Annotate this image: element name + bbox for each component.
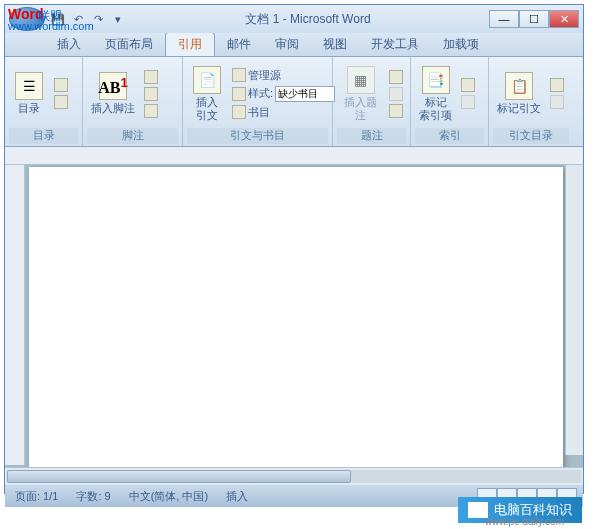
biblio-icon bbox=[232, 105, 246, 119]
window-controls: — ☐ ✕ bbox=[489, 10, 579, 28]
style-input[interactable] bbox=[275, 86, 335, 102]
scroll-track[interactable] bbox=[7, 470, 581, 483]
tab-mailings[interactable]: 邮件 bbox=[215, 33, 263, 56]
add-text-button[interactable] bbox=[51, 77, 71, 93]
toc-button[interactable]: ☰ 目录 bbox=[9, 70, 49, 116]
view-fullscreen[interactable] bbox=[497, 488, 517, 504]
group-index: 📑 标记 索引项 索引 bbox=[411, 57, 489, 146]
insert-index-button[interactable] bbox=[458, 77, 478, 93]
update-table-icon bbox=[389, 87, 403, 101]
style-icon bbox=[232, 87, 246, 101]
statusbar: 页面: 1/1 字数: 9 中文(简体, 中国) 插入 bbox=[5, 485, 583, 507]
caption-icon: ▦ bbox=[347, 66, 375, 94]
watermark-url2: www.pc-daily.com bbox=[485, 516, 564, 527]
app-window: 💾 ↶ ↷ ▾ 文档 1 - Microsoft Word — ☐ ✕ 插入 页… bbox=[4, 4, 584, 494]
qat-redo[interactable]: ↷ bbox=[89, 10, 107, 28]
minimize-button[interactable]: — bbox=[489, 10, 519, 28]
tab-developer[interactable]: 开发工具 bbox=[359, 33, 431, 56]
titlebar: 💾 ↶ ↷ ▾ 文档 1 - Microsoft Word — ☐ ✕ bbox=[5, 5, 583, 33]
ribbon-tabs: 插入 页面布局 引用 邮件 审阅 视图 开发工具 加载项 bbox=[5, 33, 583, 57]
view-web[interactable] bbox=[517, 488, 537, 504]
group-toc: ☰ 目录 目录 bbox=[5, 57, 83, 146]
page-indicator[interactable]: 页面: 1/1 bbox=[11, 489, 62, 504]
update-toc-icon bbox=[54, 95, 68, 109]
group-captions: ▦ 插入题注 题注 bbox=[333, 57, 411, 146]
insert-endnote-button[interactable] bbox=[141, 69, 161, 85]
horizontal-scrollbar[interactable] bbox=[5, 467, 583, 485]
maximize-button[interactable]: ☐ bbox=[519, 10, 549, 28]
index-icon: 📑 bbox=[422, 66, 450, 94]
add-text-icon bbox=[54, 78, 68, 92]
next-fn-icon bbox=[144, 87, 158, 101]
window-title: 文档 1 - Microsoft Word bbox=[127, 11, 489, 28]
tof-icon bbox=[389, 70, 403, 84]
crossref-icon bbox=[389, 104, 403, 118]
update-table-button[interactable] bbox=[386, 86, 406, 102]
group-citations: 📄 插入引文 管理源 样式: 书目 引文与书目 bbox=[183, 57, 333, 146]
qat-more[interactable]: ▾ bbox=[109, 10, 127, 28]
vertical-scrollbar[interactable] bbox=[565, 165, 583, 455]
insert-tof-button[interactable] bbox=[386, 69, 406, 85]
group-footnotes: AB1 插入脚注 脚注 bbox=[83, 57, 183, 146]
quick-access-toolbar: 💾 ↶ ↷ ▾ bbox=[49, 10, 127, 28]
update-index-button[interactable] bbox=[458, 94, 478, 110]
close-button[interactable]: ✕ bbox=[549, 10, 579, 28]
group-label-footnotes: 脚注 bbox=[87, 128, 178, 144]
mark-index-entry-button[interactable]: 📑 标记 索引项 bbox=[415, 64, 456, 122]
insert-toa-button[interactable] bbox=[547, 77, 567, 93]
cross-ref-button[interactable] bbox=[386, 103, 406, 119]
toc-icon: ☰ bbox=[15, 72, 43, 100]
update-index-icon bbox=[461, 95, 475, 109]
group-label-citations: 引文与书目 bbox=[187, 128, 328, 144]
show-notes-button[interactable] bbox=[141, 103, 161, 119]
tab-addins[interactable]: 加载项 bbox=[431, 33, 491, 56]
insert-footnote-button[interactable]: AB1 插入脚注 bbox=[87, 70, 139, 116]
group-label-index: 索引 bbox=[415, 128, 484, 144]
tab-page-layout[interactable]: 页面布局 bbox=[93, 33, 165, 56]
word-count[interactable]: 字数: 9 bbox=[72, 489, 114, 504]
document-area: 国内专业 office 办公软件教学网 bbox=[5, 147, 583, 467]
view-outline[interactable] bbox=[537, 488, 557, 504]
manage-sources-icon bbox=[232, 68, 246, 82]
insert-index-icon bbox=[461, 78, 475, 92]
group-label-toa: 引文目录 bbox=[493, 128, 569, 144]
insert-toa-icon bbox=[550, 78, 564, 92]
mark-citation-button[interactable]: 📋 标记引文 bbox=[493, 70, 545, 116]
tab-view[interactable]: 视图 bbox=[311, 33, 359, 56]
show-notes-icon bbox=[144, 104, 158, 118]
manage-sources-button[interactable]: 管理源 bbox=[229, 67, 338, 84]
scroll-thumb[interactable] bbox=[7, 470, 351, 483]
bibliography-button[interactable]: 书目 bbox=[229, 104, 338, 121]
group-toa: 📋 标记引文 引文目录 bbox=[489, 57, 573, 146]
group-label-toc: 目录 bbox=[9, 128, 78, 144]
horizontal-ruler[interactable] bbox=[5, 147, 583, 165]
citation-icon: 📄 bbox=[193, 66, 221, 94]
insert-caption-button[interactable]: ▦ 插入题注 bbox=[337, 64, 384, 122]
language-indicator[interactable]: 中文(简体, 中国) bbox=[125, 489, 212, 504]
group-label-captions: 题注 bbox=[337, 128, 406, 144]
tab-insert[interactable]: 插入 bbox=[45, 33, 93, 56]
insert-citation-button[interactable]: 📄 插入引文 bbox=[187, 64, 227, 122]
office-button[interactable] bbox=[9, 7, 45, 31]
qat-undo[interactable]: ↶ bbox=[69, 10, 87, 28]
view-draft[interactable] bbox=[557, 488, 577, 504]
qat-save[interactable]: 💾 bbox=[49, 10, 67, 28]
insert-mode[interactable]: 插入 bbox=[222, 489, 252, 504]
update-toa-button[interactable] bbox=[547, 94, 567, 110]
style-selector[interactable]: 样式: bbox=[229, 85, 338, 103]
view-buttons bbox=[477, 488, 577, 504]
ribbon: ☰ 目录 目录 AB1 插入脚注 bbox=[5, 57, 583, 147]
update-toc-button[interactable] bbox=[51, 94, 71, 110]
document-page[interactable]: 国内专业 office 办公软件教学网 bbox=[29, 167, 563, 467]
view-print[interactable] bbox=[477, 488, 497, 504]
endnote-icon bbox=[144, 70, 158, 84]
next-footnote-button[interactable] bbox=[141, 86, 161, 102]
vertical-ruler[interactable] bbox=[5, 165, 25, 465]
tab-references[interactable]: 引用 bbox=[165, 32, 215, 56]
update-toa-icon bbox=[550, 95, 564, 109]
toa-icon: 📋 bbox=[505, 72, 533, 100]
footnote-icon: AB1 bbox=[99, 72, 127, 100]
tab-review[interactable]: 审阅 bbox=[263, 33, 311, 56]
